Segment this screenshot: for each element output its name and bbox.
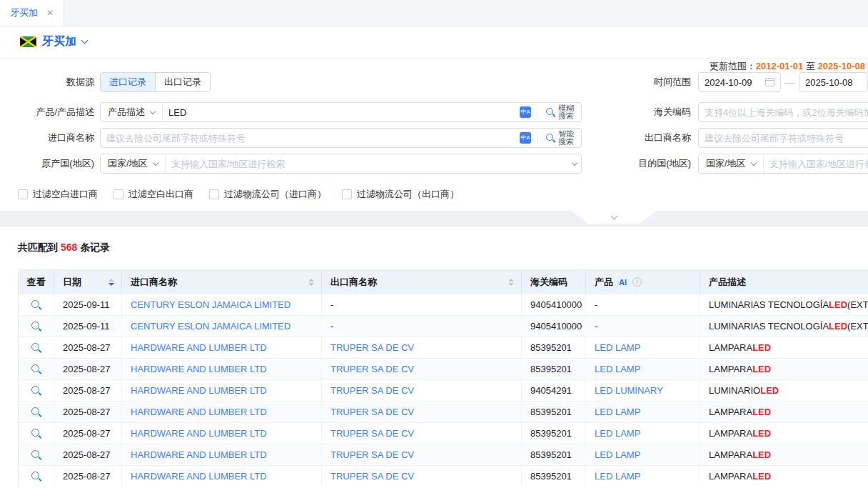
product-cell: -	[586, 316, 700, 337]
importer-link[interactable]: HARDWARE AND LUMBER LTD	[131, 471, 267, 482]
hs-code-input-group	[698, 102, 868, 122]
view-record-icon[interactable]	[31, 472, 41, 482]
end-date-input[interactable]: 2025-10-08	[799, 72, 868, 92]
close-icon[interactable]: ✕	[46, 8, 54, 18]
checkbox-icon[interactable]	[209, 189, 219, 199]
desc-pre: LAMPARA	[709, 364, 752, 374]
chevron-down-icon[interactable]	[572, 159, 577, 165]
importer-link[interactable]: HARDWARE AND LUMBER LTD	[131, 342, 267, 353]
sort-icons-exporter[interactable]	[508, 279, 514, 286]
importer-cell: HARDWARE AND LUMBER LTD	[122, 466, 322, 487]
view-record-icon[interactable]	[31, 429, 41, 439]
importer-link[interactable]: HARDWARE AND LUMBER LTD	[131, 449, 267, 460]
view-record-icon[interactable]	[31, 386, 41, 396]
view-cell	[19, 359, 54, 379]
exporter-link[interactable]: TRUPER SA DE CV	[330, 428, 414, 439]
product-cell: LED LAMP	[586, 359, 700, 379]
product-type-select[interactable]: 产品描述	[101, 103, 163, 121]
description-cell: LAMPARA LED	[700, 466, 868, 487]
importer-link[interactable]: CENTURY ESLON JAMAICA LIMITED	[131, 321, 291, 332]
start-date-input[interactable]: 2024-10-09	[698, 72, 781, 92]
product-link[interactable]: LED LAMP	[595, 428, 640, 439]
hs-code-input[interactable]	[699, 107, 868, 118]
exporter-link[interactable]: TRUPER SA DE CV	[330, 385, 414, 396]
desc-highlight: LED	[829, 299, 847, 310]
update-range-start: 2012-01-01	[756, 61, 804, 71]
sort-icons-date[interactable]	[108, 279, 114, 286]
exporter-cell: TRUPER SA DE CV	[322, 402, 522, 422]
importer-cell: CENTURY ESLON JAMAICA LIMITED	[122, 316, 322, 337]
col-header-label: 进口商名称	[131, 276, 177, 289]
table-header: 查看 日期 进口商名称 出口商名称 海关编码 产品	[19, 270, 868, 294]
importer-link[interactable]: HARDWARE AND LUMBER LTD	[131, 428, 267, 439]
destination-country-select[interactable]: 国家/地区	[699, 154, 764, 173]
exporter-link[interactable]: TRUPER SA DE CV	[330, 449, 414, 460]
checkbox-icon[interactable]	[113, 189, 123, 199]
chevron-down-icon[interactable]	[81, 37, 89, 44]
view-record-icon[interactable]	[31, 407, 41, 417]
origin-search-input[interactable]	[166, 159, 572, 169]
exporter-link[interactable]: TRUPER SA DE CV	[330, 342, 414, 353]
product-link[interactable]: LED LAMP	[595, 449, 640, 460]
col-header-exporter[interactable]: 出口商名称	[322, 270, 522, 294]
importer-link[interactable]: HARDWARE AND LUMBER LTD	[131, 364, 267, 374]
row-hs-code: 85395201	[530, 364, 572, 374]
calendar-icon[interactable]	[765, 78, 774, 86]
product-link[interactable]: LED LAMP	[595, 364, 640, 374]
tab-import-records[interactable]: 进口记录	[101, 73, 155, 91]
jamaica-flag-icon	[20, 36, 36, 47]
collapse-panel-button[interactable]	[571, 211, 657, 224]
smart-search-button[interactable]: 智能 搜索	[543, 130, 577, 146]
product-link[interactable]: LED LAMP	[595, 407, 640, 417]
checkbox-icon[interactable]	[342, 189, 352, 199]
desc-highlight: LED	[752, 364, 771, 374]
table-row: 2025-09-11 CENTURY ESLON JAMAICA LIMITED…	[19, 315, 868, 337]
product-link[interactable]: LED LAMP	[595, 342, 640, 353]
translate-icon[interactable]	[520, 106, 531, 118]
importer-link[interactable]: CENTURY ESLON JAMAICA LIMITED	[131, 299, 291, 310]
view-cell	[19, 466, 54, 487]
date-cell: 2025-08-27	[54, 337, 122, 358]
date-cell: 2025-09-11	[54, 316, 122, 337]
tab-export-records[interactable]: 出口记录	[155, 73, 210, 91]
exporter-link[interactable]: TRUPER SA DE CV	[330, 364, 414, 374]
sort-icons-importer[interactable]	[308, 279, 314, 286]
desc-highlight: LED	[752, 428, 771, 439]
view-record-icon[interactable]	[31, 300, 41, 310]
row-date: 2025-09-11	[63, 299, 110, 310]
desc-highlight: LED	[752, 342, 771, 353]
tab-jamaica[interactable]: 牙买加 ✕	[0, 0, 64, 26]
col-header-hs-code: 海关编码	[522, 270, 586, 294]
chevron-down-icon	[150, 108, 156, 114]
destination-search-input[interactable]	[764, 159, 868, 169]
checkbox-filter-logistics-exporter[interactable]: 过滤物流公司（出口商）	[342, 188, 459, 201]
fuzzy-search-button[interactable]: 模糊 搜索	[543, 104, 577, 120]
checkbox-filter-logistics-importer[interactable]: 过滤物流公司（进口商）	[209, 188, 326, 201]
product-link: -	[595, 321, 597, 332]
product-search-input[interactable]	[163, 107, 520, 118]
importer-link[interactable]: HARDWARE AND LUMBER LTD	[131, 385, 267, 396]
exporter-link[interactable]: TRUPER SA DE CV	[330, 407, 414, 417]
view-record-icon[interactable]	[31, 343, 41, 353]
translate-icon[interactable]	[520, 132, 531, 144]
importer-name-input[interactable]	[101, 133, 520, 144]
country-selector[interactable]: 牙买加	[20, 34, 87, 49]
importer-link[interactable]: HARDWARE AND LUMBER LTD	[131, 407, 267, 417]
checkbox-filter-blank-importer[interactable]: 过滤空白进口商	[18, 188, 98, 201]
checkbox-filter-blank-exporter[interactable]: 过滤空白出口商	[113, 188, 193, 201]
product-link[interactable]: LED LUMINARY	[595, 385, 663, 396]
col-header-importer[interactable]: 进口商名称	[122, 270, 322, 294]
col-header-date[interactable]: 日期	[54, 270, 122, 294]
info-icon[interactable]	[632, 277, 642, 287]
origin-country-select[interactable]: 国家/地区	[101, 154, 166, 173]
view-record-icon[interactable]	[31, 364, 41, 374]
desc-highlight: LED	[829, 321, 847, 332]
tab-bar: 牙买加 ✕	[0, 0, 868, 26]
exporter-link[interactable]: TRUPER SA DE CV	[330, 471, 414, 482]
view-record-icon[interactable]	[31, 322, 41, 332]
product-link[interactable]: LED LAMP	[595, 471, 640, 482]
checkbox-icon[interactable]	[18, 189, 28, 199]
row-hs-code: 85395201	[530, 471, 572, 482]
exporter-name-input[interactable]	[699, 133, 868, 144]
view-record-icon[interactable]	[31, 450, 41, 460]
